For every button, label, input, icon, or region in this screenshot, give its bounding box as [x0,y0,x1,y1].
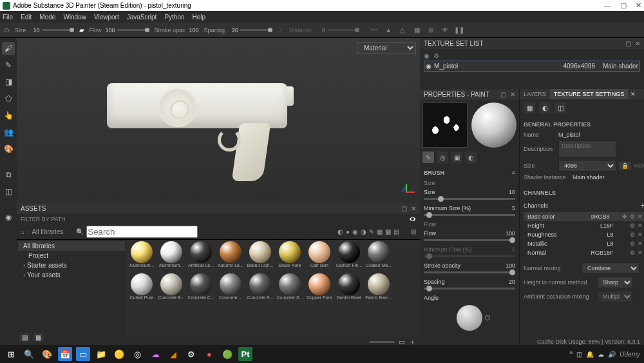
filter-clear-icon[interactable]: 👁‍🗨 [409,216,416,222]
brush-angle-wheel[interactable] [457,305,482,331]
layers-tab[interactable]: LAYERS [520,89,550,99]
symmetry-x-icon[interactable]: ▲ [384,26,393,35]
libraries-crumb[interactable]: All libraries [32,228,63,235]
channel-settings-icon[interactable]: ⚙ [630,231,635,238]
tray-volume-icon[interactable]: 🔊 [608,351,616,358]
material-item[interactable]: Concrete C... [187,273,215,304]
h2n-select[interactable]: Sharp [597,277,633,288]
assets-mini-1-icon[interactable]: ▤ [19,333,30,342]
taskbar-app-2[interactable]: 📅 [58,347,72,361]
size-select[interactable]: 4096 [558,160,616,172]
menu-window[interactable]: Window [63,14,86,21]
brush-minsize-slider[interactable] [424,214,515,216]
channel-settings-icon[interactable]: ⚙ [630,240,635,247]
3d-viewport[interactable]: Material [17,38,420,203]
asset-view-grid-icon[interactable]: ⊞ [411,228,416,235]
material-item[interactable]: Artificial Le... [187,241,215,272]
taskbar-app-4[interactable]: 📁 [94,347,108,361]
viewport-tool-icon[interactable]: ⬳ [370,26,379,35]
material-item[interactable]: Concrete ... [216,273,245,304]
thumbnail-size-slider[interactable] [369,341,395,343]
props-undock-icon[interactable]: ▢ [500,91,506,98]
channel-remove-icon[interactable]: ✕ [638,213,643,220]
axis-gizmo[interactable] [399,182,415,198]
taskbar-blender[interactable]: ◢ [166,347,180,361]
material-item[interactable]: Aluminium... [157,241,185,272]
projection-tool[interactable]: ◨ [2,75,15,88]
material-item[interactable]: Autumn Le... [216,241,245,272]
asset-filter-env-icon[interactable]: ▤ [393,228,399,235]
material-item[interactable]: Concrete S... [276,273,304,304]
minimize-button[interactable]: — [604,1,611,10]
menu-mode[interactable]: Mode [39,14,55,21]
brush-menu-icon[interactable]: ≡ [512,170,515,176]
material-item[interactable]: Concrete S... [246,273,274,304]
material-item[interactable]: Baked Ligh... [246,241,274,272]
texset-settings-icon[interactable]: ⚙ [433,52,439,59]
asset-filter-all-icon[interactable]: ◐ [337,228,343,235]
taskbar-app-6[interactable]: ◎ [130,347,144,361]
bake-icon[interactable]: ▦ [524,102,535,113]
material-item[interactable]: Fabric Bam... [365,273,393,304]
mesh-settings-icon[interactable]: ◫ [554,102,566,113]
pause-icon[interactable]: ❚❚ [455,26,464,35]
close-button[interactable]: ✕ [636,1,641,10]
brush-opac-slider[interactable] [424,271,515,273]
tray-icon-2[interactable]: 🔔 [586,351,594,358]
asset-filter-material-icon[interactable]: ● [346,228,350,235]
focus-tool[interactable]: ◉ [2,211,15,224]
distance-slider[interactable] [327,29,359,31]
asset-filter-smart-icon[interactable]: ◉ [352,228,358,235]
material-item[interactable]: Aluminium... [128,241,156,272]
material-item[interactable]: Concrete B... [157,273,185,304]
taskbar-painter[interactable]: Pt [238,347,252,361]
lib-project[interactable]: Project [18,251,125,260]
assets-search-input[interactable] [86,226,198,238]
maximize-button[interactable]: ▢ [620,1,627,10]
brush-spacing-slider[interactable] [424,288,515,289]
taskbar-app-1[interactable]: 🎨 [40,347,54,361]
taskbar-chrome[interactable]: 🟡 [112,347,126,361]
menu-file[interactable]: File [3,14,13,21]
channel-settings-icon[interactable]: ⚙ [630,213,635,220]
search-taskbar-icon[interactable]: 🔍 [22,347,36,361]
channel-row[interactable]: Normal RGB16F ⚙ ✕ [524,248,644,257]
material-picker-tool[interactable]: 🎨 [2,142,15,155]
smudge-tool[interactable]: 👆 [2,109,15,122]
texset-settings-tab[interactable]: TEXTURE SET SETTINGS [550,89,628,99]
channel-row[interactable]: Base color sRGB8 ✥ ⚙ ✕ [524,212,644,221]
assets-mini-2-icon[interactable]: ▦ [33,333,44,342]
menu-javascript[interactable]: JavaScript [127,14,157,21]
brush-mode-2-icon[interactable]: ◎ [437,152,448,163]
eraser-tool[interactable]: ✎ [2,59,15,72]
texset-vis-icon[interactable]: ◉ [424,52,430,59]
viewport-eye-icon[interactable]: 👁 [440,26,450,35]
texset-item[interactable]: ◉ M_pistol 4096x4096 Main shader [424,61,640,72]
tray-chevron-icon[interactable]: ^ [570,351,573,358]
brush-pick-icon[interactable]: ⬭ [4,26,10,34]
menu-python[interactable]: Python [164,14,184,21]
channel-remove-icon[interactable]: ✕ [638,222,643,229]
channel-row[interactable]: Roughness L8 ⚙ ✕ [524,230,644,239]
props-close-icon[interactable]: ✕ [510,91,515,98]
spacing-slider[interactable] [240,29,272,31]
viewport-grid-icon[interactable]: ⊞ [426,26,435,35]
flow-slider[interactable] [117,29,149,31]
asset-filter-texture-icon[interactable]: ▩ [385,228,391,235]
taskbar-steam[interactable]: ⚙ [184,347,198,361]
eye-icon[interactable]: ◉ [426,63,431,70]
nmix-select[interactable]: Combine [582,262,639,274]
uv-icon[interactable]: ◐ [539,102,551,113]
assets-close-icon[interactable]: ✕ [411,205,416,212]
menu-help[interactable]: Help [193,14,206,21]
asset-filter-more1-icon[interactable]: ◑ [361,228,366,235]
add-channel-icon[interactable]: ＋ [639,200,644,211]
menu-edit[interactable]: Edit [21,14,32,21]
brush-mode-3-icon[interactable]: ▣ [451,152,462,163]
material-item[interactable]: Denim Rivet [335,273,363,304]
brush-tip-icon[interactable]: ▰ [79,26,84,34]
tray-icon-3[interactable]: ☁ [598,351,604,358]
channel-color-icon[interactable]: ✥ [622,213,627,220]
polygon-fill-tool[interactable]: ⬠ [2,92,15,105]
material-item[interactable]: Cobalt Pure [128,273,156,304]
